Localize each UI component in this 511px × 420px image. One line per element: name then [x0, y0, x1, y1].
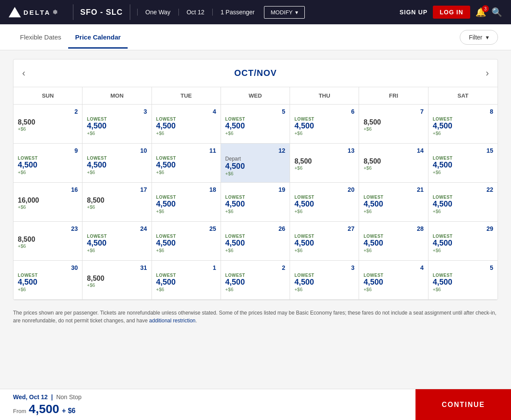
day-number: 3 [144, 108, 147, 115]
calendar-cell[interactable]: 10LOWEST4,500+$6 [82, 144, 152, 183]
calendar-cell[interactable]: 6LOWEST4,500+$6 [290, 105, 359, 144]
calendar-cell[interactable]: 1616,000+$6 [13, 183, 82, 222]
lowest-label: LOWEST [225, 195, 285, 200]
cell-price: 4,500 [225, 278, 285, 287]
disclaimer-end: . [195, 318, 197, 324]
cell-fee: +$6 [156, 287, 216, 292]
tab-price-calendar[interactable]: Price Calendar [68, 26, 128, 49]
cell-fee: +$6 [18, 204, 78, 210]
day-header-wed: WED [221, 87, 290, 104]
cell-price: 8,500 [87, 275, 147, 282]
calendar-cell[interactable]: 19LOWEST4,500+$6 [221, 183, 290, 222]
calendar-cell[interactable]: 5LOWEST4,500+$6 [221, 105, 290, 144]
cell-fee: +$6 [87, 282, 147, 288]
lowest-label: LOWEST [294, 117, 354, 121]
lowest-label: LOWEST [225, 273, 285, 278]
snowflake-icon: ❄ [53, 9, 59, 16]
next-month-button[interactable]: › [481, 63, 493, 83]
lowest-label: LOWEST [87, 117, 147, 121]
calendar-cell[interactable]: 26LOWEST4,500+$6 [221, 222, 290, 261]
day-number: 23 [71, 225, 78, 232]
calendar-cell[interactable]: 30LOWEST4,500+$6 [13, 261, 82, 300]
day-number: 21 [417, 186, 424, 193]
calendar-cell[interactable]: 178,500+$6 [82, 183, 152, 222]
cell-price: 8,500 [87, 197, 147, 204]
calendar-cell[interactable]: 2LOWEST4,500+$6 [221, 261, 290, 300]
cell-fee: +$6 [363, 165, 423, 171]
cell-fee: +$6 [433, 248, 493, 253]
cell-fee: +$6 [433, 131, 493, 136]
calendar-cell[interactable]: 3LOWEST4,500+$6 [290, 261, 359, 300]
header-right: SIGN UP LOG IN 🔔 3 🔍 [399, 6, 502, 19]
cell-fee: +$6 [18, 287, 78, 292]
cell-price: 8,500 [18, 118, 78, 126]
day-number: 19 [279, 186, 286, 193]
calendar-cell[interactable]: 12Depart4,500+$6 [221, 144, 290, 183]
lowest-label: LOWEST [294, 273, 354, 278]
signup-button[interactable]: SIGN UP [399, 9, 428, 16]
calendar-cell[interactable]: 20LOWEST4,500+$6 [290, 183, 359, 222]
cell-fee: +$6 [156, 209, 216, 214]
calendar-cell[interactable]: 1LOWEST4,500+$6 [152, 261, 221, 300]
day-number: 1 [213, 264, 216, 271]
day-number: 11 [209, 147, 216, 154]
additional-restriction-link[interactable]: additional restriction [149, 318, 196, 324]
lowest-label: LOWEST [433, 234, 493, 239]
calendar-cell[interactable]: 28LOWEST4,500+$6 [359, 222, 428, 261]
header-divider-2 [130, 4, 130, 20]
calendar-cell[interactable]: 28,500+$6 [13, 105, 82, 144]
calendar-cell[interactable]: 78,500+$6 [359, 105, 428, 144]
cell-price: 8,500 [363, 118, 423, 126]
filter-button[interactable]: Filter ▾ [460, 30, 498, 45]
calendar-cell[interactable]: 29LOWEST4,500+$6 [429, 222, 498, 261]
day-number: 26 [279, 225, 286, 232]
cell-fee: +$6 [433, 170, 493, 175]
calendar-cell[interactable]: 22LOWEST4,500+$6 [429, 183, 498, 222]
day-number: 4 [420, 264, 424, 271]
calendar-cell[interactable]: 8LOWEST4,500+$6 [429, 105, 498, 144]
day-header-mon: MON [82, 87, 152, 104]
cell-price: 4,500 [87, 161, 147, 170]
calendar-cell[interactable]: 24LOWEST4,500+$6 [82, 222, 152, 261]
cell-fee: +$6 [156, 248, 216, 253]
chevron-down-icon: ▾ [486, 34, 489, 41]
login-button[interactable]: LOG IN [433, 6, 470, 19]
cell-fee: +$6 [294, 165, 354, 171]
modify-label: MODIFY [270, 9, 293, 16]
calendar-cell[interactable]: 27LOWEST4,500+$6 [290, 222, 359, 261]
search-button[interactable]: 🔍 [491, 7, 502, 17]
day-number: 30 [71, 264, 78, 271]
calendar-cell[interactable]: 9LOWEST4,500+$6 [13, 144, 82, 183]
tab-flexible-dates[interactable]: Flexible Dates [13, 26, 68, 49]
calendar-cell[interactable]: 138,500+$6 [290, 144, 359, 183]
calendar-cell[interactable]: 18LOWEST4,500+$6 [152, 183, 221, 222]
passengers: 1 Passenger [213, 9, 263, 16]
lowest-label: LOWEST [156, 156, 216, 161]
lowest-label: LOWEST [156, 234, 216, 239]
modify-button[interactable]: MODIFY ▾ [264, 6, 305, 19]
notification-badge: 3 [482, 5, 489, 12]
prev-month-button[interactable]: ‹ [18, 63, 30, 83]
calendar-cell[interactable]: 15LOWEST4,500+$6 [429, 144, 498, 183]
logo-wordmark: DELTA [23, 9, 51, 16]
calendar-cell[interactable]: 3LOWEST4,500+$6 [82, 105, 152, 144]
calendar-cell[interactable]: 148,500+$6 [359, 144, 428, 183]
day-number: 10 [140, 147, 147, 154]
calendar-cell[interactable]: 4LOWEST4,500+$6 [152, 105, 221, 144]
calendar-cell[interactable]: 21LOWEST4,500+$6 [359, 183, 428, 222]
cell-fee: +$6 [225, 131, 285, 136]
cell-price: 4,500 [294, 278, 354, 287]
cell-fee: +$6 [433, 209, 493, 214]
calendar-cell[interactable]: 11LOWEST4,500+$6 [152, 144, 221, 183]
trip-type: One Way [137, 9, 179, 16]
calendar-cell[interactable]: 318,500+$6 [82, 261, 152, 300]
calendar-cell[interactable]: 5LOWEST4,500+$6 [429, 261, 498, 300]
notifications-button[interactable]: 🔔 3 [475, 7, 486, 17]
day-number: 8 [490, 108, 493, 115]
calendar-cell[interactable]: 238,500+$6 [13, 222, 82, 261]
calendar-cell[interactable]: 25LOWEST4,500+$6 [152, 222, 221, 261]
calendar-cell[interactable]: 4LOWEST4,500+$6 [359, 261, 428, 300]
day-headers-row: SUN MON TUE WED THU FRI SAT [13, 87, 498, 105]
search-icon: 🔍 [491, 7, 502, 17]
cell-price: 4,500 [294, 121, 354, 131]
